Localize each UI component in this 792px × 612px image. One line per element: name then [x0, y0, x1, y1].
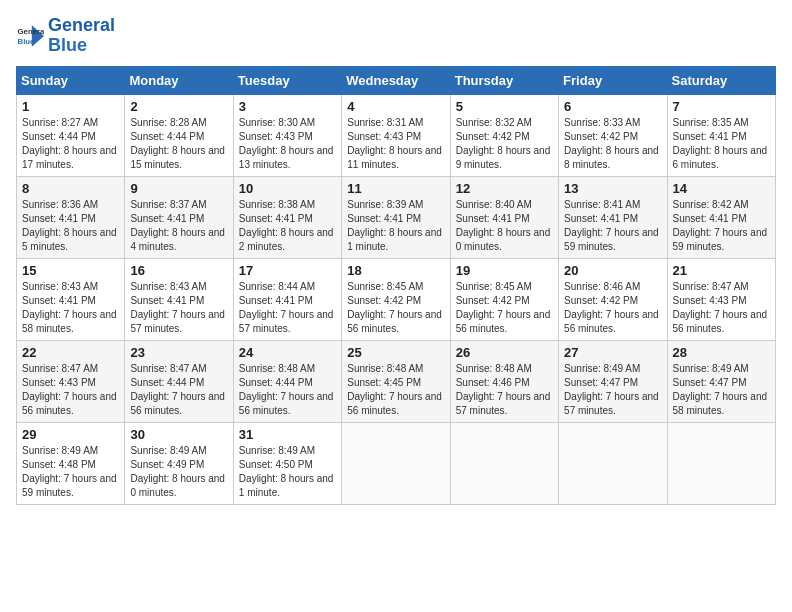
- calendar-week-row: 8Sunrise: 8:36 AM Sunset: 4:41 PM Daylig…: [17, 176, 776, 258]
- calendar-week-row: 29Sunrise: 8:49 AM Sunset: 4:48 PM Dayli…: [17, 422, 776, 504]
- calendar-day-cell: 22Sunrise: 8:47 AM Sunset: 4:43 PM Dayli…: [17, 340, 125, 422]
- day-info: Sunrise: 8:28 AM Sunset: 4:44 PM Dayligh…: [130, 116, 227, 172]
- logo-icon: General Blue: [16, 22, 44, 50]
- calendar-day-cell: 9Sunrise: 8:37 AM Sunset: 4:41 PM Daylig…: [125, 176, 233, 258]
- calendar-day-cell: 31Sunrise: 8:49 AM Sunset: 4:50 PM Dayli…: [233, 422, 341, 504]
- day-info: Sunrise: 8:40 AM Sunset: 4:41 PM Dayligh…: [456, 198, 553, 254]
- day-info: Sunrise: 8:48 AM Sunset: 4:45 PM Dayligh…: [347, 362, 444, 418]
- day-info: Sunrise: 8:49 AM Sunset: 4:47 PM Dayligh…: [564, 362, 661, 418]
- column-header-monday: Monday: [125, 66, 233, 94]
- calendar-day-cell: 14Sunrise: 8:42 AM Sunset: 4:41 PM Dayli…: [667, 176, 775, 258]
- day-number: 8: [22, 181, 119, 196]
- day-info: Sunrise: 8:35 AM Sunset: 4:41 PM Dayligh…: [673, 116, 770, 172]
- day-info: Sunrise: 8:43 AM Sunset: 4:41 PM Dayligh…: [22, 280, 119, 336]
- day-number: 23: [130, 345, 227, 360]
- day-number: 26: [456, 345, 553, 360]
- day-info: Sunrise: 8:45 AM Sunset: 4:42 PM Dayligh…: [456, 280, 553, 336]
- calendar-day-cell: 18Sunrise: 8:45 AM Sunset: 4:42 PM Dayli…: [342, 258, 450, 340]
- empty-cell: [667, 422, 775, 504]
- calendar-week-row: 22Sunrise: 8:47 AM Sunset: 4:43 PM Dayli…: [17, 340, 776, 422]
- calendar-week-row: 15Sunrise: 8:43 AM Sunset: 4:41 PM Dayli…: [17, 258, 776, 340]
- calendar-day-cell: 8Sunrise: 8:36 AM Sunset: 4:41 PM Daylig…: [17, 176, 125, 258]
- day-info: Sunrise: 8:43 AM Sunset: 4:41 PM Dayligh…: [130, 280, 227, 336]
- calendar-day-cell: 29Sunrise: 8:49 AM Sunset: 4:48 PM Dayli…: [17, 422, 125, 504]
- day-number: 6: [564, 99, 661, 114]
- column-header-wednesday: Wednesday: [342, 66, 450, 94]
- column-header-thursday: Thursday: [450, 66, 558, 94]
- day-info: Sunrise: 8:33 AM Sunset: 4:42 PM Dayligh…: [564, 116, 661, 172]
- day-number: 19: [456, 263, 553, 278]
- day-info: Sunrise: 8:47 AM Sunset: 4:44 PM Dayligh…: [130, 362, 227, 418]
- day-number: 20: [564, 263, 661, 278]
- day-info: Sunrise: 8:46 AM Sunset: 4:42 PM Dayligh…: [564, 280, 661, 336]
- day-info: Sunrise: 8:36 AM Sunset: 4:41 PM Dayligh…: [22, 198, 119, 254]
- day-number: 28: [673, 345, 770, 360]
- logo: General Blue GeneralBlue: [16, 16, 115, 56]
- calendar-day-cell: 23Sunrise: 8:47 AM Sunset: 4:44 PM Dayli…: [125, 340, 233, 422]
- calendar-day-cell: 27Sunrise: 8:49 AM Sunset: 4:47 PM Dayli…: [559, 340, 667, 422]
- calendar-day-cell: 25Sunrise: 8:48 AM Sunset: 4:45 PM Dayli…: [342, 340, 450, 422]
- day-number: 22: [22, 345, 119, 360]
- day-number: 29: [22, 427, 119, 442]
- calendar-day-cell: 15Sunrise: 8:43 AM Sunset: 4:41 PM Dayli…: [17, 258, 125, 340]
- day-number: 16: [130, 263, 227, 278]
- day-number: 12: [456, 181, 553, 196]
- day-info: Sunrise: 8:37 AM Sunset: 4:41 PM Dayligh…: [130, 198, 227, 254]
- day-number: 14: [673, 181, 770, 196]
- day-number: 5: [456, 99, 553, 114]
- calendar-day-cell: 17Sunrise: 8:44 AM Sunset: 4:41 PM Dayli…: [233, 258, 341, 340]
- empty-cell: [559, 422, 667, 504]
- day-info: Sunrise: 8:41 AM Sunset: 4:41 PM Dayligh…: [564, 198, 661, 254]
- column-header-sunday: Sunday: [17, 66, 125, 94]
- day-number: 25: [347, 345, 444, 360]
- day-info: Sunrise: 8:49 AM Sunset: 4:49 PM Dayligh…: [130, 444, 227, 500]
- calendar-day-cell: 21Sunrise: 8:47 AM Sunset: 4:43 PM Dayli…: [667, 258, 775, 340]
- day-number: 21: [673, 263, 770, 278]
- day-info: Sunrise: 8:39 AM Sunset: 4:41 PM Dayligh…: [347, 198, 444, 254]
- empty-cell: [450, 422, 558, 504]
- day-number: 10: [239, 181, 336, 196]
- calendar-day-cell: 26Sunrise: 8:48 AM Sunset: 4:46 PM Dayli…: [450, 340, 558, 422]
- day-number: 2: [130, 99, 227, 114]
- calendar-day-cell: 2Sunrise: 8:28 AM Sunset: 4:44 PM Daylig…: [125, 94, 233, 176]
- column-header-saturday: Saturday: [667, 66, 775, 94]
- day-info: Sunrise: 8:48 AM Sunset: 4:46 PM Dayligh…: [456, 362, 553, 418]
- day-info: Sunrise: 8:32 AM Sunset: 4:42 PM Dayligh…: [456, 116, 553, 172]
- day-info: Sunrise: 8:49 AM Sunset: 4:50 PM Dayligh…: [239, 444, 336, 500]
- calendar-header-row: SundayMondayTuesdayWednesdayThursdayFrid…: [17, 66, 776, 94]
- column-header-friday: Friday: [559, 66, 667, 94]
- calendar-day-cell: 30Sunrise: 8:49 AM Sunset: 4:49 PM Dayli…: [125, 422, 233, 504]
- calendar-day-cell: 19Sunrise: 8:45 AM Sunset: 4:42 PM Dayli…: [450, 258, 558, 340]
- calendar-day-cell: 3Sunrise: 8:30 AM Sunset: 4:43 PM Daylig…: [233, 94, 341, 176]
- day-info: Sunrise: 8:47 AM Sunset: 4:43 PM Dayligh…: [673, 280, 770, 336]
- column-header-tuesday: Tuesday: [233, 66, 341, 94]
- day-number: 27: [564, 345, 661, 360]
- day-number: 11: [347, 181, 444, 196]
- day-info: Sunrise: 8:31 AM Sunset: 4:43 PM Dayligh…: [347, 116, 444, 172]
- calendar-table: SundayMondayTuesdayWednesdayThursdayFrid…: [16, 66, 776, 505]
- day-info: Sunrise: 8:49 AM Sunset: 4:48 PM Dayligh…: [22, 444, 119, 500]
- day-number: 4: [347, 99, 444, 114]
- day-info: Sunrise: 8:45 AM Sunset: 4:42 PM Dayligh…: [347, 280, 444, 336]
- day-number: 24: [239, 345, 336, 360]
- day-number: 13: [564, 181, 661, 196]
- calendar-day-cell: 5Sunrise: 8:32 AM Sunset: 4:42 PM Daylig…: [450, 94, 558, 176]
- page-header: General Blue GeneralBlue: [16, 16, 776, 56]
- calendar-day-cell: 16Sunrise: 8:43 AM Sunset: 4:41 PM Dayli…: [125, 258, 233, 340]
- calendar-day-cell: 11Sunrise: 8:39 AM Sunset: 4:41 PM Dayli…: [342, 176, 450, 258]
- day-info: Sunrise: 8:38 AM Sunset: 4:41 PM Dayligh…: [239, 198, 336, 254]
- day-number: 15: [22, 263, 119, 278]
- svg-text:General: General: [18, 27, 44, 36]
- day-number: 9: [130, 181, 227, 196]
- svg-text:Blue: Blue: [18, 37, 36, 46]
- day-number: 18: [347, 263, 444, 278]
- empty-cell: [342, 422, 450, 504]
- calendar-day-cell: 6Sunrise: 8:33 AM Sunset: 4:42 PM Daylig…: [559, 94, 667, 176]
- day-number: 31: [239, 427, 336, 442]
- day-info: Sunrise: 8:47 AM Sunset: 4:43 PM Dayligh…: [22, 362, 119, 418]
- calendar-day-cell: 7Sunrise: 8:35 AM Sunset: 4:41 PM Daylig…: [667, 94, 775, 176]
- day-number: 7: [673, 99, 770, 114]
- calendar-day-cell: 1Sunrise: 8:27 AM Sunset: 4:44 PM Daylig…: [17, 94, 125, 176]
- calendar-day-cell: 20Sunrise: 8:46 AM Sunset: 4:42 PM Dayli…: [559, 258, 667, 340]
- logo-text: GeneralBlue: [48, 16, 115, 56]
